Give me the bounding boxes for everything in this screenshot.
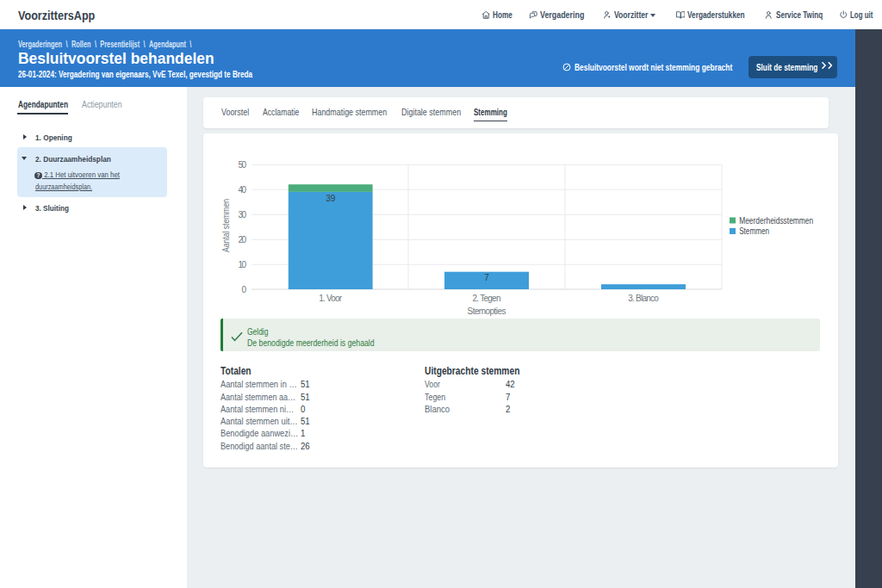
- svg-text:10: 10: [238, 260, 246, 269]
- svg-text:0: 0: [241, 285, 246, 294]
- svg-text:Aantal stemmen: Aantal stemmen: [221, 199, 231, 252]
- svg-text:39: 39: [326, 194, 336, 203]
- svg-text:50: 50: [238, 160, 246, 170]
- svg-text:30: 30: [238, 210, 246, 220]
- svg-text:Meerderheidsstemmen: Meerderheidsstemmen: [739, 215, 813, 226]
- svg-text:20: 20: [238, 235, 246, 244]
- svg-text:7: 7: [484, 273, 489, 282]
- svg-text:Stemmen: Stemmen: [739, 226, 769, 236]
- svg-text:Stemopties: Stemopties: [468, 306, 506, 316]
- svg-text:3. Blanco: 3. Blanco: [628, 294, 659, 303]
- svg-text:1. Voor: 1. Voor: [319, 294, 343, 303]
- svg-text:40: 40: [238, 185, 246, 195]
- svg-text:2. Tegen: 2. Tegen: [473, 294, 501, 303]
